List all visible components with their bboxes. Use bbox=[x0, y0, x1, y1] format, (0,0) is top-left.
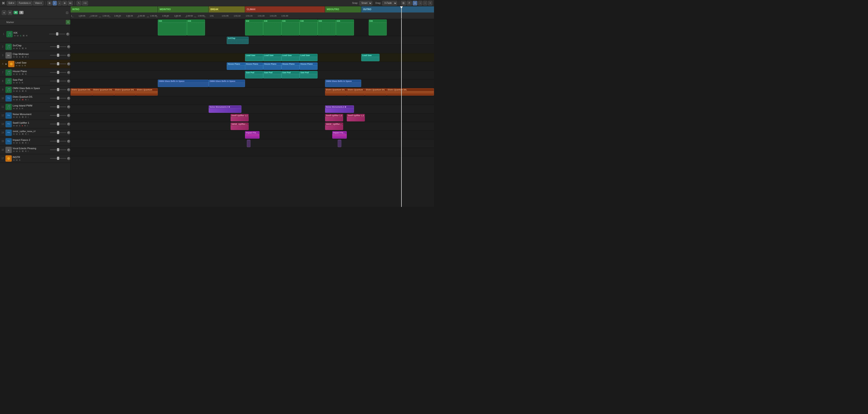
r-ctrl-10[interactable]: R bbox=[25, 98, 27, 101]
i-ctrl-13[interactable]: I bbox=[27, 125, 28, 127]
clip-kik-2[interactable]: KIK bbox=[187, 20, 205, 35]
volume-knob-10[interactable] bbox=[67, 97, 70, 100]
cmd-ctrl-14[interactable]: ⌘ bbox=[21, 133, 24, 135]
i-ctrl-14[interactable]: I bbox=[28, 133, 29, 135]
h-ctrl-12[interactable]: H bbox=[13, 116, 15, 118]
apple-menu-icon[interactable]: ⌘ bbox=[2, 1, 5, 5]
punch-btn[interactable]: ⊡ bbox=[413, 1, 417, 5]
fader-track-1[interactable] bbox=[49, 34, 65, 34]
fader-thumb-14[interactable] bbox=[57, 131, 59, 134]
clip-distro-7[interactable]: Distro Quantum DS. bbox=[365, 88, 386, 96]
h-ctrl-16[interactable]: H bbox=[13, 150, 15, 152]
clip-house-piano-4[interactable]: House Piano bbox=[300, 62, 318, 70]
clip-lead-saw-3[interactable]: Lead Saw bbox=[281, 54, 300, 61]
cmd-ctrl-1[interactable]: ⌘ bbox=[22, 35, 25, 37]
clip-distro-5[interactable]: Distro Quantum DS. bbox=[325, 88, 347, 96]
clip-house-piano-2[interactable]: House Piano bbox=[263, 62, 281, 70]
clip-kik-3[interactable]: KIK bbox=[245, 20, 263, 35]
s-ctrl-1[interactable]: S bbox=[20, 35, 22, 37]
fader-track-11[interactable] bbox=[50, 107, 66, 107]
clip-vocal-1[interactable] bbox=[247, 140, 250, 147]
clip-saw-pad-4[interactable]: Saw Pad bbox=[300, 71, 318, 79]
clip-smse-1[interactable]: SMSE_Uplifter_Noi... bbox=[230, 123, 249, 130]
cmd-ctrl-7[interactable]: ⌘ bbox=[21, 73, 24, 75]
r-ctrl-1[interactable]: R bbox=[26, 35, 28, 37]
volume-knob-11[interactable] bbox=[67, 106, 70, 109]
step-view-btn[interactable]: ⋈ bbox=[68, 1, 73, 5]
fader-thumb-3[interactable] bbox=[57, 54, 59, 57]
snap-select[interactable]: Smart Bar Beat 1/16 bbox=[360, 1, 372, 5]
volume-knob-9[interactable] bbox=[67, 88, 70, 91]
clip-house-piano-3[interactable]: House Piano bbox=[281, 62, 300, 70]
r-ctrl-9[interactable]: R bbox=[25, 90, 27, 92]
s-ctrl-15[interactable]: S bbox=[19, 142, 21, 144]
cmd-ctrl-9[interactable]: ⌘ bbox=[21, 90, 24, 92]
h-ctrl-15[interactable]: H bbox=[13, 142, 15, 144]
fader-thumb-4[interactable] bbox=[57, 62, 59, 65]
clip-kik-7[interactable]: KIK bbox=[318, 20, 336, 35]
clip-distro-6[interactable]: Distro Quantum bbox=[347, 88, 365, 96]
rec-ctrl-13[interactable]: ● bbox=[21, 125, 23, 127]
clip-lead-saw-1[interactable]: Lead Saw bbox=[245, 54, 263, 61]
view-menu[interactable]: View ▾ bbox=[33, 1, 43, 5]
m-ctrl-14[interactable]: M bbox=[16, 133, 18, 135]
metronome-btn[interactable]: ○ bbox=[418, 1, 422, 5]
cmd-ctrl-3[interactable]: ⌘ bbox=[21, 56, 24, 58]
cmd-ctrl-15[interactable]: ⌘ bbox=[21, 142, 24, 144]
fader-thumb-17[interactable] bbox=[57, 157, 59, 160]
r-ctrl-16[interactable]: R bbox=[25, 150, 27, 152]
fader-track-14[interactable] bbox=[50, 132, 66, 133]
m-ctrl-16[interactable]: M bbox=[16, 150, 18, 152]
clip-snclap-1[interactable]: Sn/Clap bbox=[227, 37, 248, 44]
clip-omni-2[interactable]: OMNI Glass Bells in Space bbox=[209, 80, 245, 87]
drum-view-btn[interactable]: ⊕ bbox=[62, 1, 67, 5]
volume-knob-2[interactable] bbox=[67, 45, 70, 49]
fader-track-9[interactable] bbox=[50, 89, 66, 90]
fader-thumb-15[interactable] bbox=[57, 140, 59, 143]
clip-kik-5[interactable]: KIK bbox=[281, 20, 300, 35]
m-ctrl-13[interactable]: M bbox=[16, 125, 18, 127]
volume-knob-12[interactable] bbox=[67, 114, 70, 117]
volume-knob-14[interactable] bbox=[67, 131, 70, 134]
clip-distro-2[interactable]: Distro Quantum DS. bbox=[92, 88, 114, 96]
s-ctrl-13[interactable]: S bbox=[19, 125, 21, 127]
clip-swell-3[interactable]: Swell Uplifter 1.2 bbox=[347, 114, 365, 121]
r-ctrl-15[interactable]: R bbox=[25, 142, 27, 144]
clip-omni-3[interactable]: OMNI Glass Bells in Space bbox=[325, 80, 362, 87]
fader-track-12[interactable] bbox=[50, 115, 66, 116]
fader-track-13[interactable] bbox=[50, 124, 66, 124]
h-ctrl-14[interactable]: H bbox=[13, 133, 15, 135]
clip-noise-1[interactable]: Noise Monument.3 ⊕ bbox=[209, 106, 241, 113]
drag-select[interactable]: X-Fade Overlap Shuffle bbox=[382, 1, 397, 5]
clip-lead-saw-5[interactable]: Lead Saw bbox=[361, 54, 379, 61]
i-ctrl-10[interactable]: I bbox=[28, 98, 29, 101]
clip-omni-1[interactable]: OMNI Glass Bells in Space bbox=[158, 80, 209, 87]
fader-thumb-13[interactable] bbox=[57, 122, 59, 125]
m-ctrl-3[interactable]: M bbox=[16, 56, 18, 58]
fader-track-17[interactable] bbox=[50, 158, 66, 159]
track-expand-4[interactable]: ▶ bbox=[5, 63, 8, 65]
clip-saw-pad-3[interactable]: Saw Pad bbox=[281, 71, 300, 79]
r-ctrl-8[interactable]: R bbox=[21, 82, 24, 84]
fader-thumb-9[interactable] bbox=[57, 88, 59, 91]
h-ctrl-3[interactable]: H bbox=[13, 56, 15, 58]
m-ctrl-17[interactable]: M bbox=[16, 159, 18, 161]
volume-knob-4[interactable] bbox=[67, 62, 70, 65]
clip-distro-3[interactable]: Distro Quantum DS. bbox=[114, 88, 136, 96]
s-ctrl-7[interactable]: S bbox=[19, 73, 21, 75]
clip-saw-pad-1[interactable]: Saw Pad bbox=[245, 71, 263, 79]
h-ctrl-7[interactable]: H bbox=[13, 73, 15, 75]
clip-lead-saw-4[interactable]: Lead Saw bbox=[300, 54, 318, 61]
r-ctrl-11[interactable]: R bbox=[21, 108, 24, 110]
s-ctrl-11[interactable]: S bbox=[19, 108, 21, 110]
fader-track-2[interactable] bbox=[50, 46, 66, 47]
s-ctrl-17[interactable]: S bbox=[19, 159, 21, 161]
r-ctrl-3[interactable]: R bbox=[25, 56, 27, 58]
clip-noise-2[interactable]: Noise Monument.2 ⊕ bbox=[325, 106, 354, 113]
m-ctrl-2[interactable]: M bbox=[16, 47, 18, 50]
m-ctrl-15[interactable]: M bbox=[16, 142, 18, 144]
i-ctrl-3[interactable]: I bbox=[28, 56, 29, 58]
fader-thumb-7[interactable] bbox=[57, 71, 59, 74]
add-mode-btn[interactable]: +⊙ bbox=[82, 1, 88, 5]
m-ctrl-4[interactable]: M bbox=[18, 64, 21, 67]
